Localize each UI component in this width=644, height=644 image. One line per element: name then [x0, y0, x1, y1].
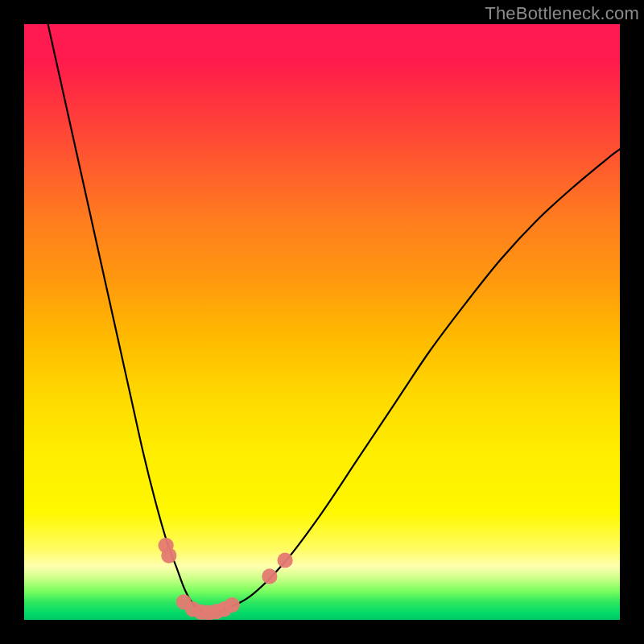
bottleneck-curve	[48, 24, 620, 613]
watermark-text: TheBottleneck.com	[485, 3, 639, 24]
data-markers	[159, 538, 293, 620]
data-marker	[225, 597, 240, 613]
data-marker	[278, 552, 293, 568]
chart-svg	[24, 24, 620, 620]
data-marker	[262, 568, 277, 584]
plot-area	[24, 24, 620, 620]
chart-frame: TheBottleneck.com	[0, 0, 644, 644]
data-marker	[161, 547, 176, 563]
